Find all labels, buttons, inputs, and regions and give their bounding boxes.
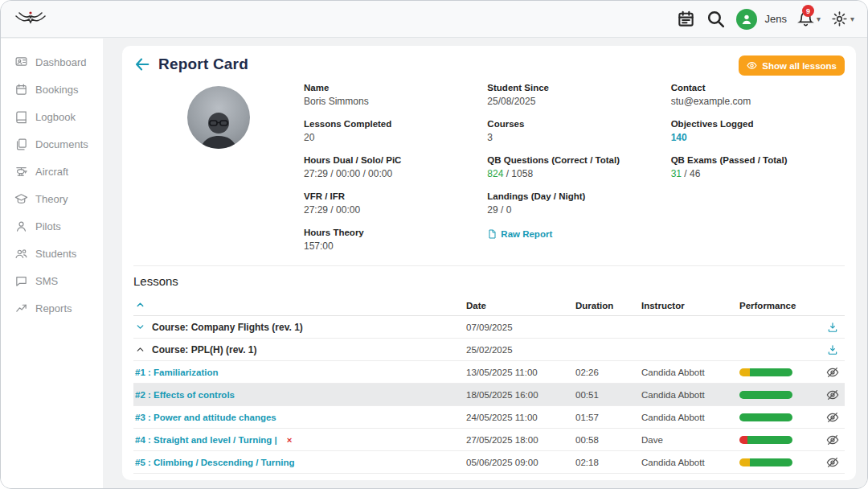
- performance-bar: [739, 368, 792, 376]
- contact-value: stu@example.com: [671, 96, 840, 107]
- lessons-section: Lessons Date Duration Instructor Perform…: [133, 265, 845, 474]
- sidebar-item-pilots[interactable]: Pilots: [1, 212, 103, 240]
- chat-icon: [14, 274, 28, 288]
- document-icon: [487, 229, 497, 239]
- name-value: Boris Simmons: [304, 96, 473, 107]
- profile-column-1: NameBoris Simmons Lessons Completed20 Ho…: [304, 83, 473, 264]
- raw-report-link[interactable]: Raw Report: [487, 229, 552, 239]
- settings-menu[interactable]: ▾: [831, 10, 854, 27]
- sidebar: Dashboard Bookings Logbook Documents Air…: [1, 39, 103, 488]
- download-icon[interactable]: [827, 322, 838, 333]
- sidebar-item-reports[interactable]: Reports: [1, 294, 103, 322]
- sidebar-item-bookings[interactable]: Bookings: [1, 76, 103, 103]
- column-header-instructor: Instructor: [641, 301, 739, 310]
- pilot-icon: [14, 220, 28, 233]
- sidebar-item-documents[interactable]: Documents: [1, 130, 103, 158]
- lesson-row[interactable]: #5 : Climbing / Descending / Turning 05/…: [133, 451, 845, 474]
- eye-slash-icon[interactable]: [826, 411, 839, 424]
- user-avatar-icon[interactable]: [736, 9, 757, 30]
- performance-bar: [739, 436, 792, 444]
- performance-bar: [739, 391, 792, 399]
- sort-chevron-up-icon[interactable]: [135, 300, 145, 310]
- eye-slash-icon[interactable]: [826, 456, 839, 469]
- performance-bar: [739, 458, 792, 466]
- lesson-row[interactable]: #3 : Power and attitude changes 24/05/20…: [133, 406, 845, 429]
- sidebar-item-theory[interactable]: Theory: [1, 185, 103, 212]
- column-header-duration: Duration: [575, 301, 641, 310]
- notification-count-badge: 9: [802, 5, 814, 17]
- lessons-table-header: Date Duration Instructor Performance: [133, 295, 845, 316]
- lessons-heading: Lessons: [133, 274, 845, 288]
- download-icon[interactable]: [827, 344, 838, 355]
- student-photo: [187, 86, 250, 149]
- show-all-lessons-button[interactable]: Show all lessons: [739, 55, 845, 76]
- footer: © 2025 Wings 09:38 L 07:38 Z: [133, 474, 845, 480]
- students-icon: [14, 247, 28, 261]
- lesson-link[interactable]: #2 : Effects of controls: [135, 390, 235, 400]
- chart-icon: [14, 302, 28, 315]
- topbar: Jens 9 ▾: [1, 1, 867, 38]
- performance-bar: [739, 413, 792, 421]
- course-row[interactable]: Course: Company Flights (rev. 1) 07/09/2…: [133, 316, 845, 339]
- eye-slash-icon[interactable]: [826, 434, 839, 446]
- graduation-icon: [14, 192, 28, 206]
- user-name: Jens: [764, 13, 786, 25]
- failed-flag: ×: [287, 435, 293, 445]
- lesson-link[interactable]: #4 : Straight and level / Turning |: [135, 435, 277, 445]
- gear-icon[interactable]: [831, 10, 848, 27]
- course-row[interactable]: Course: PPL(H) (rev. 1) 25/02/2025: [133, 339, 845, 361]
- chevron-down-icon: ▾: [817, 14, 821, 23]
- calendar-icon[interactable]: [677, 10, 695, 28]
- column-header-performance: Performance: [739, 301, 820, 310]
- page-title: Report Card: [158, 55, 248, 73]
- column-header-date: Date: [466, 301, 575, 310]
- notifications-menu[interactable]: 9 ▾: [797, 10, 821, 27]
- lesson-link[interactable]: #5 : Climbing / Descending / Turning: [135, 458, 295, 467]
- dashboard-icon: [14, 55, 28, 69]
- main-content: Report Card Show all lessons: [103, 39, 867, 488]
- calendar-icon: [14, 83, 28, 97]
- chevron-down-icon[interactable]: [135, 322, 145, 332]
- sidebar-item-sms[interactable]: SMS: [1, 267, 103, 294]
- profile-column-2: Student Since25/08/2025 Courses3 QB Ques…: [487, 83, 656, 264]
- wings-logo: [14, 8, 47, 31]
- sidebar-item-aircraft[interactable]: Aircraft: [1, 158, 103, 185]
- qb-exams-passed-value: 31: [671, 168, 682, 179]
- sidebar-item-students[interactable]: Students: [1, 240, 103, 267]
- back-arrow-icon[interactable]: [133, 55, 151, 73]
- documents-icon: [14, 138, 28, 151]
- profile-column-3: Contactstu@example.com Objectives Logged…: [671, 83, 840, 264]
- eye-slash-icon[interactable]: [826, 366, 839, 379]
- helicopter-icon: [14, 165, 28, 179]
- chevron-up-icon[interactable]: [135, 344, 145, 355]
- sidebar-item-logbook[interactable]: Logbook: [1, 103, 103, 130]
- lesson-row[interactable]: #4 : Straight and level / Turning |× 27/…: [133, 429, 845, 451]
- eye-icon: [747, 60, 757, 71]
- lesson-row[interactable]: #1 : Familiarization 13/05/2025 11:00 02…: [133, 361, 845, 384]
- search-icon[interactable]: [706, 9, 726, 29]
- chevron-down-icon: ▾: [850, 14, 854, 23]
- lesson-link[interactable]: #3 : Power and attitude changes: [135, 413, 276, 422]
- objectives-logged-link[interactable]: 140: [671, 132, 687, 143]
- lesson-link[interactable]: #1 : Familiarization: [135, 368, 219, 377]
- eye-slash-icon[interactable]: [826, 388, 839, 401]
- lesson-row[interactable]: #2 : Effects of controls 18/05/2025 16:0…: [133, 384, 845, 406]
- student-profile: NameBoris Simmons Lessons Completed20 Ho…: [133, 83, 845, 264]
- app-frame: Jens 9 ▾: [0, 0, 868, 489]
- qb-correct-value: 824: [487, 168, 503, 179]
- sidebar-item-dashboard[interactable]: Dashboard: [1, 48, 103, 76]
- book-icon: [14, 110, 28, 124]
- report-card-panel: Report Card Show all lessons: [122, 46, 856, 480]
